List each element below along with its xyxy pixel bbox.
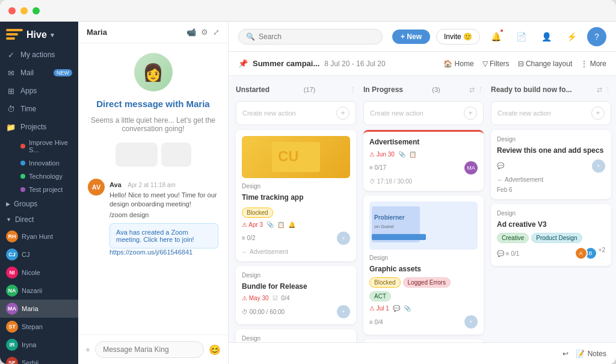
assign-avatar: +: [592, 159, 605, 173]
sidebar-user-serhii[interactable]: SE Serhii: [0, 354, 78, 364]
avatar: RH: [6, 230, 18, 242]
sidebar-item-apps[interactable]: ⊞ Apps: [0, 82, 78, 100]
sidebar-direct[interactable]: ▼ Direct: [0, 212, 78, 227]
zoom-card[interactable]: Ava has created a Zoom meeting. Click he…: [109, 223, 218, 248]
undo-button[interactable]: ↩: [562, 350, 568, 358]
maximize-button[interactable]: [32, 7, 40, 14]
project-improve-hive[interactable]: Improve Hive S...: [14, 136, 78, 156]
nav-home[interactable]: 🏠 Home: [443, 60, 473, 68]
list-icon: 📋: [277, 221, 285, 228]
chat-panel: Maria 📹 ⚙ ⤢ 👩 Direct message with Maria …: [78, 22, 229, 364]
board-date: 8 Jul 20 - 16 Jul 20: [324, 60, 385, 68]
tag-creative: Creative: [497, 233, 529, 243]
sidebar-user-cj[interactable]: CJ CJ: [0, 245, 78, 264]
column-menu-icon[interactable]: ⋮: [350, 86, 356, 94]
chat-contact-name: Maria: [87, 28, 107, 37]
sidebar-user-stepan[interactable]: ST Stepan: [0, 318, 78, 336]
video-icon[interactable]: 📹: [186, 28, 196, 37]
create-action-unstarted[interactable]: Create new action +: [236, 101, 356, 125]
projects-icon: 📁: [6, 122, 16, 132]
card-review-specs[interactable]: Design Review this one and add specs 💬 +…: [491, 130, 611, 199]
sidebar-user-ryan[interactable]: RH Ryan Hunt: [0, 227, 78, 245]
card-allison-quick[interactable]: Design Action created by Allison Quick o…: [236, 329, 356, 342]
chat-content: 👩 Direct message with Maria Seems a litt…: [78, 43, 228, 335]
board-title: Summer campai...: [253, 59, 319, 68]
nav-change-layout[interactable]: ⊟ Change layout: [518, 60, 573, 68]
message-text: Hello! Nice to meet you! Time for our de…: [109, 191, 218, 209]
chat-input[interactable]: [95, 341, 204, 358]
card-image-svg: CU: [272, 142, 320, 172]
invite-button[interactable]: Invite 🙂: [436, 29, 480, 45]
create-action-ready[interactable]: Create new action +: [491, 101, 611, 125]
empty-bubbles: [116, 143, 191, 167]
settings-icon[interactable]: ⚙: [201, 28, 208, 37]
chat-header: Maria 📹 ⚙ ⤢: [78, 22, 228, 43]
arrows-icon: ⇄: [597, 86, 602, 94]
project-innovation[interactable]: Innovation: [14, 156, 78, 170]
column-menu-icon[interactable]: ⋮: [477, 86, 484, 94]
expand-icon[interactable]: ⤢: [213, 28, 220, 37]
arrow-left-icon: ←: [497, 176, 503, 183]
svg-text:on Guest: on Guest: [374, 224, 394, 229]
project-test[interactable]: Test project: [14, 183, 78, 196]
arrow-left-icon: ←: [242, 248, 248, 255]
project-technology[interactable]: Technology: [14, 170, 78, 183]
svg-rect-6: [372, 234, 426, 240]
emoji-button[interactable]: 😊: [209, 344, 221, 356]
empty-bubble-1: [116, 143, 158, 167]
card-bundle-for-release[interactable]: Design Bundle for Release ⚠ May 30 ☑ 0/4…: [236, 266, 356, 325]
tag-blocked: Blocked: [369, 277, 401, 288]
card-advertisement[interactable]: Advertisement ⚠ Jun 30 📎 📋 ≡ 0/17 MA ⏱ 1…: [363, 130, 484, 191]
notes-button[interactable]: 📝 Notes: [576, 350, 606, 358]
notifications-button[interactable]: 🔔: [486, 27, 505, 46]
document-button[interactable]: 📄: [511, 27, 531, 46]
assign-avatar: +: [337, 305, 350, 318]
chevron-right-icon: ▶: [6, 201, 10, 207]
logo-icon: [6, 29, 23, 41]
sidebar-user-maria[interactable]: MA Maria: [0, 300, 78, 318]
zoom-url[interactable]: https://zoom.us/j/661546841: [109, 248, 218, 256]
sidebar-item-mail[interactable]: ✉ Mail NEW: [0, 64, 78, 82]
user-avatar-button[interactable]: 👤: [537, 27, 556, 46]
sidebar: Hive ▾ ✓ My actions ✉ Mail NEW ⊞ Apps: [0, 22, 78, 364]
close-button[interactable]: [8, 7, 16, 14]
logo[interactable]: Hive ▾: [0, 22, 78, 46]
new-button[interactable]: + New: [392, 29, 430, 44]
nav-more[interactable]: ⋮ More: [581, 60, 606, 68]
assign-avatar: +: [337, 232, 350, 245]
add-icon[interactable]: +: [336, 106, 350, 120]
minimize-button[interactable]: [20, 7, 28, 14]
time-icon: ⏱: [6, 104, 16, 114]
search-bar[interactable]: 🔍: [238, 29, 383, 45]
sidebar-groups[interactable]: ▶ Groups: [0, 196, 78, 212]
add-icon[interactable]: +: [464, 106, 477, 120]
checklist-icon: ☑: [273, 295, 278, 301]
contact-avatar-large: 👩: [134, 53, 173, 91]
attachment-icon: 📎: [266, 221, 274, 228]
attachment-icon: 📎: [398, 151, 405, 158]
sidebar-user-iryna[interactable]: IR Iryna: [0, 336, 78, 354]
sidebar-item-time[interactable]: ⏱ Time: [0, 100, 78, 118]
add-icon[interactable]: +: [591, 106, 605, 120]
card-ad-creative-v3[interactable]: Design Ad creative V3 Creative Product D…: [491, 204, 611, 267]
search-input[interactable]: [259, 32, 331, 41]
apps-header-button[interactable]: ⚡: [562, 27, 581, 46]
help-button[interactable]: ?: [587, 27, 606, 46]
titlebar: [0, 0, 616, 22]
sidebar-user-nazarii[interactable]: NA Nazarii: [0, 282, 78, 300]
card-time-tracking[interactable]: CU Design Time tracking app Blocked ⚠ Ap…: [236, 130, 356, 261]
avatar: ST: [6, 321, 18, 333]
bottom-bar: ↩ 📝 Notes: [229, 342, 616, 364]
sidebar-user-nicole[interactable]: NI Nicole: [0, 264, 78, 282]
create-action-in-progress[interactable]: Create new action +: [363, 101, 484, 125]
column-header-ready: Ready to build now fo... ⇄ ⋮: [491, 83, 611, 96]
board-columns: Unstarted (17) ⋮ Create new action +: [229, 76, 616, 342]
sidebar-item-projects[interactable]: 📁 Projects: [0, 118, 78, 136]
plus-icon[interactable]: +: [85, 345, 90, 354]
column-menu-icon[interactable]: ⋮: [605, 86, 611, 94]
card-graphic-assets[interactable]: Probierner on Guest Design Graphic asset…: [363, 196, 484, 335]
chevron-down-icon: ▼: [6, 217, 11, 223]
sidebar-nav: ✓ My actions ✉ Mail NEW ⊞ Apps ⏱ Time: [0, 46, 78, 364]
nav-filters[interactable]: ▽ Filters: [482, 60, 510, 68]
sidebar-item-my-actions[interactable]: ✓ My actions: [0, 46, 78, 64]
